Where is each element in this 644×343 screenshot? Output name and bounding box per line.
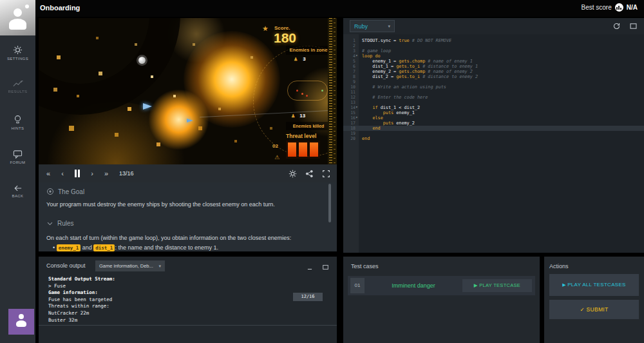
step-forward-button[interactable]: › xyxy=(91,170,93,177)
sidebar-item-forum[interactable]: FORUM xyxy=(0,150,35,164)
code-line-4[interactable]: 4▾loop do xyxy=(343,54,644,59)
ide-root: Onboarding Best score N/A SETTINGSRESULT… xyxy=(0,0,644,343)
minimap-enemy-dot xyxy=(301,93,303,95)
code-text: STDOUT.sync = true # DO NOT REMOVE xyxy=(362,38,451,43)
pause-button[interactable] xyxy=(75,170,80,177)
step-back-button[interactable]: ‹ xyxy=(61,170,64,177)
back-icon xyxy=(0,184,35,192)
line-number: 7 xyxy=(343,69,355,74)
play-testcase-button[interactable]: ▶ PLAY TESTCASE xyxy=(462,279,532,292)
code-line-12[interactable]: 12 # Enter the code here xyxy=(343,95,644,100)
hud-ruler xyxy=(328,18,337,164)
page-title: Onboarding xyxy=(40,4,80,12)
minimize-icon[interactable] xyxy=(307,262,313,273)
testcases-title: Test cases xyxy=(351,263,379,270)
statement-scrollbar[interactable] xyxy=(328,184,331,222)
fold-arrow-icon[interactable]: ▾ xyxy=(355,104,358,110)
reset-code-icon[interactable] xyxy=(612,21,621,33)
minimap-player-dot xyxy=(321,90,323,92)
user-avatar[interactable] xyxy=(0,0,35,35)
explosion-glow xyxy=(148,89,209,150)
code-line-1[interactable]: 1STDOUT.sync = true # DO NOT REMOVE xyxy=(343,38,644,43)
code-line-14[interactable]: 14▾ if dist_1 < dist_2 xyxy=(343,105,644,110)
expand-editor-icon[interactable] xyxy=(629,21,638,33)
sidebar-item-results[interactable]: RESULTS xyxy=(0,80,35,93)
chart-icon xyxy=(0,80,35,88)
score-value: 180 xyxy=(274,30,296,46)
threat-level-label: Threat level xyxy=(286,133,316,139)
fold-arrow-icon[interactable]: ▾ xyxy=(355,115,358,120)
rules-intro: On each start of turn (within the game l… xyxy=(46,235,323,242)
rules-bullet: • enemy_1 and dist_1: the name and the d… xyxy=(53,244,218,251)
code-line-5[interactable]: 5 enemy_1 = gets.chomp # name of enemy 1 xyxy=(343,59,644,64)
play-all-testcases-button[interactable]: ▶ PLAY ALL TESTCASES xyxy=(549,274,639,296)
code-text: puts enemy_1 xyxy=(362,110,415,115)
code-line-17[interactable]: 17 puts enemy_2 xyxy=(343,121,644,126)
code-line-3[interactable]: 3# game loop xyxy=(343,48,644,54)
line-number: 17 xyxy=(343,121,355,126)
code-line-15[interactable]: 15 puts enemy_1 xyxy=(343,110,644,115)
code-line-8[interactable]: 8 dist_2 = gets.to_i # distance to enemy… xyxy=(343,74,644,79)
sidebar-item-hints[interactable]: HINTS xyxy=(0,115,35,130)
goal-text: Your program must destroy the enemy ship… xyxy=(46,201,323,208)
code-line-11[interactable]: 11 xyxy=(343,90,644,95)
submit-button[interactable]: ✓ SUBMIT xyxy=(549,300,639,319)
enemies-in-zone-label: Enemies in zone xyxy=(286,46,331,55)
line-number: 4 xyxy=(343,54,355,59)
bullet-text: and xyxy=(80,244,93,251)
console-line: Buster 32m xyxy=(48,317,115,324)
sidebar-item-back[interactable]: BACK xyxy=(0,184,35,198)
code-line-19[interactable]: 19 xyxy=(343,131,644,136)
rules-heading[interactable]: Rules xyxy=(46,220,74,227)
debris-particles xyxy=(39,18,40,19)
ally-ship xyxy=(187,119,193,122)
line-number: 11 xyxy=(343,90,355,95)
enemy-icon: ♟ xyxy=(291,113,295,118)
fullscreen-icon[interactable] xyxy=(322,170,330,178)
player-ship xyxy=(143,103,152,110)
notification-dot xyxy=(25,5,29,8)
star-icon: ★ xyxy=(262,24,269,33)
code-area[interactable]: 1STDOUT.sync = true # DO NOT REMOVE23# g… xyxy=(343,34,644,253)
testcase-row: 01Imminent danger▶ PLAY TESTCASE xyxy=(348,276,535,295)
goal-heading: The Goal xyxy=(46,188,84,195)
actions-title: Actions xyxy=(549,263,569,270)
minimap xyxy=(287,81,328,101)
fast-forward-button[interactable]: » xyxy=(104,170,108,177)
line-number: 8 xyxy=(343,74,355,79)
testcase-name: Imminent danger xyxy=(365,282,462,289)
code-line-18[interactable]: 18 end xyxy=(343,126,644,131)
check-icon: ✓ xyxy=(580,306,586,313)
code-line-16[interactable]: 16▾ else xyxy=(343,115,644,121)
line-number: 14 xyxy=(343,105,355,110)
chevron-down-icon: ▾ xyxy=(388,24,390,29)
console-panel: Console output Game information, Deb... … xyxy=(39,257,337,343)
viewer-settings-icon[interactable] xyxy=(289,170,297,178)
top-bar: Onboarding Best score N/A xyxy=(0,0,644,17)
console-line: NutCracker 22m xyxy=(48,310,115,317)
code-text: puts enemy_2 xyxy=(362,121,415,126)
player-avatar[interactable] xyxy=(8,309,34,335)
share-icon[interactable] xyxy=(305,170,314,178)
console-frame-badge: 12/16 xyxy=(293,293,323,301)
chevron-down-icon xyxy=(46,220,53,227)
code-line-2[interactable]: 2 xyxy=(343,43,644,48)
sidebar-item-label: RESULTS xyxy=(0,90,35,93)
console-filter-select[interactable]: Game information, Deb... ▾ xyxy=(95,260,165,271)
code-line-10[interactable]: 10 # Write an action using puts xyxy=(343,84,644,90)
sidebar-item-label: FORUM xyxy=(0,161,35,164)
console-line: Fuse has been targeted xyxy=(48,297,115,304)
expand-console-icon[interactable] xyxy=(322,262,329,273)
best-score: Best score N/A xyxy=(582,3,638,12)
sidebar-item-settings[interactable]: SETTINGS xyxy=(0,45,35,61)
language-select[interactable]: Ruby ▾ xyxy=(350,20,395,32)
fold-arrow-icon[interactable]: ▾ xyxy=(355,53,358,58)
code-line-20[interactable]: 20end xyxy=(343,136,644,141)
code-line-9[interactable]: 9 xyxy=(343,79,644,84)
code-line-13[interactable]: 13 xyxy=(343,100,644,105)
code-line-6[interactable]: 6 dist_1 = gets.to_i # distance to enemy… xyxy=(343,64,644,69)
enemies-in-zone-count: ♟3 xyxy=(294,56,306,62)
code-line-7[interactable]: 7 enemy_2 = gets.chomp # name of enemy 2 xyxy=(343,69,644,74)
editor-header: Ruby ▾ xyxy=(343,18,644,34)
rewind-start-button[interactable]: « xyxy=(46,170,50,177)
